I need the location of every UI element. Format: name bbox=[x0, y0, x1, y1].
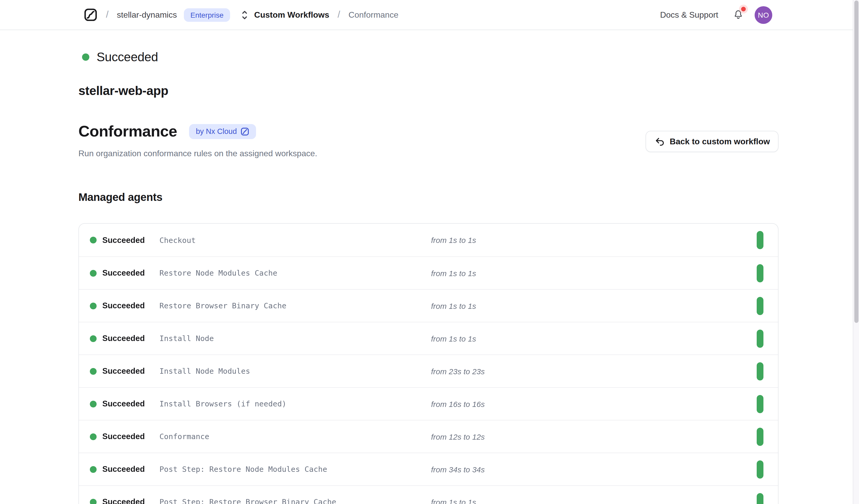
status-dot-icon bbox=[90, 302, 96, 309]
workspace-switcher-icon[interactable] bbox=[241, 9, 249, 20]
agent-progress-bar bbox=[757, 362, 764, 380]
agent-status: Succeeded bbox=[102, 268, 160, 278]
agent-step-time: from 23s to 23s bbox=[431, 367, 485, 376]
agent-progress-bar bbox=[757, 264, 764, 282]
provider-badge-label: by Nx Cloud bbox=[196, 127, 237, 136]
agent-row[interactable]: Succeeded Post Step: Restore Browser Bin… bbox=[79, 485, 778, 504]
agent-step-name: Restore Node Modules Cache bbox=[160, 269, 431, 277]
back-button-label: Back to custom workflow bbox=[670, 137, 770, 146]
agent-progress-bar bbox=[757, 231, 764, 249]
agent-status: Succeeded bbox=[102, 334, 160, 343]
workflow-header: Conformance by Nx Cloud bbox=[78, 122, 256, 140]
agent-step-time: from 1s to 1s bbox=[431, 334, 476, 343]
agent-progress-bar bbox=[757, 395, 764, 413]
page-title: Conformance bbox=[78, 122, 177, 140]
agent-status: Succeeded bbox=[102, 497, 160, 504]
agent-step-name: Post Step: Restore Node Modules Cache bbox=[160, 465, 431, 473]
page-scrollbar-track[interactable] bbox=[853, 0, 859, 504]
agent-step-name: Conformance bbox=[160, 432, 431, 441]
breadcrumb-separator: / bbox=[106, 9, 108, 20]
agent-step-time: from 12s to 12s bbox=[431, 432, 485, 441]
agent-progress-bar bbox=[757, 460, 764, 478]
breadcrumb-org[interactable]: stellar-dynamics bbox=[117, 10, 177, 19]
agent-step-time: from 1s to 1s bbox=[431, 269, 476, 277]
status-dot-icon bbox=[90, 466, 96, 473]
status-dot-icon bbox=[90, 335, 96, 342]
status-dot-icon bbox=[90, 400, 96, 407]
workspace-name: stellar-web-app bbox=[78, 83, 168, 98]
status-dot-icon bbox=[90, 368, 96, 375]
agent-row[interactable]: Succeeded Install Browsers (if needed) f… bbox=[79, 387, 778, 420]
agent-status: Succeeded bbox=[102, 432, 160, 441]
agent-step-name: Checkout bbox=[160, 236, 431, 244]
agent-status: Succeeded bbox=[102, 235, 160, 245]
agent-row[interactable]: Succeeded Install Node from 1s to 1s bbox=[79, 322, 778, 354]
org-plan-badge: Enterprise bbox=[184, 8, 230, 21]
notifications-bell-icon[interactable] bbox=[733, 9, 744, 21]
top-nav: / stellar-dynamics Enterprise Custom Wor… bbox=[0, 0, 859, 30]
docs-support-link[interactable]: Docs & Support bbox=[660, 10, 718, 19]
user-avatar[interactable]: NO bbox=[755, 6, 772, 24]
agent-row[interactable]: Succeeded Restore Node Modules Cache fro… bbox=[79, 256, 778, 289]
agent-row[interactable]: Succeeded Install Node Modules from 23s … bbox=[79, 354, 778, 387]
back-to-custom-workflow-button[interactable]: Back to custom workflow bbox=[646, 131, 779, 152]
agent-progress-bar bbox=[757, 296, 764, 315]
breadcrumb-page: Conformance bbox=[348, 10, 398, 19]
agent-step-name: Install Node bbox=[160, 334, 431, 342]
agent-step-time: from 1s to 1s bbox=[431, 301, 476, 310]
agent-step-time: from 16s to 16s bbox=[431, 399, 485, 408]
agent-row[interactable]: Succeeded Checkout from 1s to 1s bbox=[79, 224, 778, 256]
run-status-label: Succeeded bbox=[96, 50, 158, 64]
agent-row[interactable]: Succeeded Post Step: Restore Node Module… bbox=[79, 453, 778, 485]
status-dot-icon bbox=[90, 237, 96, 243]
page-scrollbar-thumb[interactable] bbox=[854, 1, 858, 323]
agent-step-time: from 1s to 1s bbox=[431, 236, 476, 244]
notification-badge bbox=[741, 7, 746, 12]
agent-status: Succeeded bbox=[102, 301, 160, 310]
agent-row[interactable]: Succeeded Conformance from 12s to 12s bbox=[79, 420, 778, 453]
agent-progress-bar bbox=[757, 329, 764, 348]
breadcrumb-separator: / bbox=[337, 9, 340, 20]
agent-step-name: Post Step: Restore Browser Binary Cache bbox=[160, 498, 431, 504]
agents-list: Succeeded Checkout from 1s to 1s Succeed… bbox=[78, 223, 779, 504]
nav-right-group: Docs & Support NO bbox=[660, 6, 772, 24]
agent-status: Succeeded bbox=[102, 399, 160, 409]
status-dot-icon bbox=[82, 54, 89, 61]
status-dot-icon bbox=[90, 499, 96, 504]
agent-status: Succeeded bbox=[102, 366, 160, 376]
section-title: Managed agents bbox=[78, 191, 162, 203]
workflow-description: Run organization conformance rules on th… bbox=[78, 149, 317, 158]
agent-step-time: from 1s to 1s bbox=[431, 498, 476, 504]
agent-step-name: Install Node Modules bbox=[160, 367, 431, 375]
breadcrumb-section[interactable]: Custom Workflows bbox=[254, 10, 329, 19]
status-dot-icon bbox=[90, 433, 96, 440]
agent-row[interactable]: Succeeded Restore Browser Binary Cache f… bbox=[79, 289, 778, 322]
nx-logo-icon bbox=[240, 127, 249, 136]
nx-cloud-logo-icon[interactable] bbox=[84, 8, 97, 22]
agent-status: Succeeded bbox=[102, 464, 160, 474]
agent-step-time: from 34s to 34s bbox=[431, 465, 485, 474]
return-arrow-icon bbox=[654, 136, 664, 147]
agent-progress-bar bbox=[757, 427, 764, 446]
run-status: Succeeded bbox=[82, 50, 158, 64]
agent-step-name: Install Browsers (if needed) bbox=[160, 400, 431, 408]
agent-progress-bar bbox=[757, 493, 764, 504]
agent-step-name: Restore Browser Binary Cache bbox=[160, 302, 431, 310]
page-root: / stellar-dynamics Enterprise Custom Wor… bbox=[0, 0, 859, 504]
provider-badge[interactable]: by Nx Cloud bbox=[189, 124, 256, 139]
status-dot-icon bbox=[90, 270, 96, 276]
